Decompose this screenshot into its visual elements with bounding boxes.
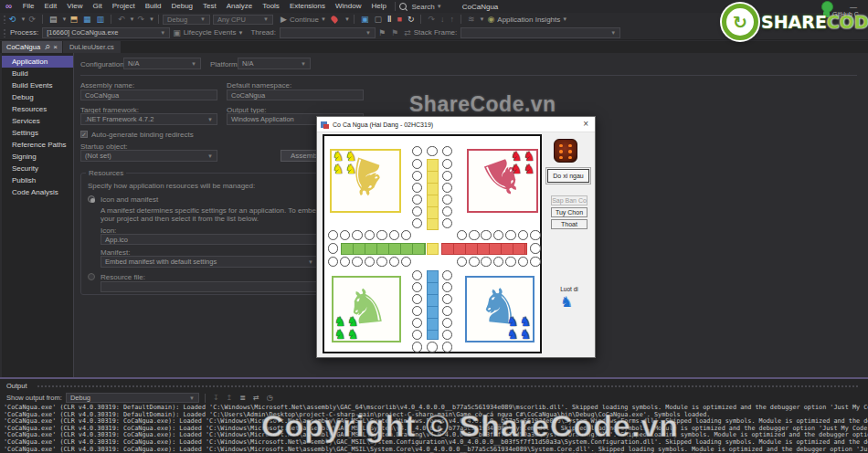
chevron-down-icon[interactable]: ▼ — [480, 16, 485, 22]
timestamp-icon[interactable]: ◷ — [267, 394, 273, 402]
platform-dropdown[interactable]: N/A▼ — [238, 58, 311, 69]
pawn-knight-red[interactable]: ♞ — [524, 150, 535, 163]
resource-file-input[interactable] — [101, 281, 318, 292]
chevron-down-icon[interactable]: ▼ — [130, 16, 135, 22]
save-all-icon[interactable]: ▥ — [97, 13, 105, 26]
sidebar-item-code-analysis[interactable]: Code Analysis — [2, 186, 73, 198]
pawn-knight-blue[interactable]: ♞ — [520, 315, 532, 328]
sidebar-item-signing[interactable]: Signing — [2, 151, 73, 163]
pawn-knight-yellow[interactable]: ♞ — [333, 150, 344, 163]
diagnostics-icon[interactable]: ≋ — [468, 13, 475, 26]
pawn-knight-blue[interactable]: ♞ — [507, 328, 519, 341]
step-over-icon[interactable]: ↷ — [428, 13, 435, 26]
chevron-down-icon[interactable]: ▼ — [62, 16, 68, 22]
stop-icon[interactable]: ■ — [397, 13, 401, 26]
pawn-knight-red[interactable]: ♞ — [511, 150, 523, 163]
pawn-knight-blue[interactable]: ♞ — [507, 315, 519, 328]
target-framework-dropdown[interactable]: .NET Framework 4.7.2▼ — [80, 113, 217, 125]
sidebar-item-debug[interactable]: Debug — [2, 91, 73, 103]
continue-icon[interactable]: ▶ — [281, 13, 287, 26]
step-out-icon[interactable]: ↑ — [450, 13, 454, 26]
menu-test[interactable]: Test — [198, 0, 222, 13]
process-dropdown[interactable]: [16660] CoCaNgua.exe▼ — [42, 27, 170, 38]
menu-tools[interactable]: Tools — [258, 0, 285, 13]
chevron-down-icon[interactable]: ▼ — [149, 16, 154, 22]
find-message-icon[interactable]: ↧ — [213, 394, 219, 402]
step-into-icon[interactable]: ↓ — [440, 13, 445, 26]
resource-file-radio[interactable] — [88, 273, 95, 280]
stack-frame-dropdown[interactable]: ▼ — [460, 27, 620, 38]
sidebar-item-build-events[interactable]: Build Events — [2, 79, 73, 91]
nav-forward-icon[interactable]: ⟳ — [29, 13, 37, 26]
game-titlebar[interactable]: Co Ca Ngua (Hai Dang - 02HC319) × — [317, 117, 595, 132]
word-wrap-icon[interactable]: ⇄ — [253, 394, 259, 402]
solution-config-dropdown[interactable]: Debug▼ — [163, 15, 210, 25]
menu-debug[interactable]: Debug — [166, 0, 198, 13]
pawn-knight-yellow[interactable]: ♞ — [333, 163, 344, 175]
pause-icon[interactable]: ‖ — [387, 13, 391, 26]
undo-icon[interactable]: ↶ — [118, 13, 125, 26]
lifecycle-events-button[interactable]: Lifecycle Events — [184, 28, 237, 37]
pawn-knight-yellow[interactable]: ♞ — [345, 163, 357, 175]
pawn-knight-green[interactable]: ♞ — [347, 328, 359, 341]
menu-project[interactable]: Project — [107, 0, 140, 13]
pawn-knight-green[interactable]: ♞ — [347, 315, 359, 328]
show-next-statement-icon[interactable]: ▢ — [374, 13, 382, 26]
roll-dice-button[interactable]: Do xi ngau — [547, 169, 589, 183]
continue-button[interactable]: Continue — [290, 16, 319, 24]
default-namespace-input[interactable]: CoCaNgua — [227, 90, 364, 100]
swap-icon[interactable]: ⇄ — [404, 26, 411, 39]
restart-icon[interactable]: ↻ — [408, 13, 415, 26]
chevron-down-icon[interactable]: ▼ — [562, 16, 567, 22]
pawn-knight-green[interactable]: ♞ — [334, 328, 346, 341]
redo-icon[interactable]: ↷ — [138, 13, 145, 26]
exit-button[interactable]: Thoat — [551, 219, 587, 229]
hot-reload-icon[interactable] — [332, 16, 337, 23]
sidebar-item-publish[interactable]: Publish — [2, 174, 73, 186]
options-button[interactable]: Tuy Chon — [551, 207, 587, 217]
sidebar-item-services[interactable]: Services — [2, 115, 73, 127]
startup-object-dropdown[interactable]: (Not set)▼ — [80, 150, 217, 162]
menu-build[interactable]: Build — [140, 0, 166, 13]
flag-icon[interactable]: ⚑ — [378, 26, 386, 39]
pawn-knight-red[interactable]: ♞ — [511, 163, 523, 175]
goto-prev-icon[interactable]: ↥ — [227, 394, 233, 402]
clear-all-icon[interactable]: ≣ — [239, 394, 246, 402]
thread-dropdown[interactable]: ▼ — [280, 27, 376, 38]
nav-back-icon[interactable]: ⟲ — [9, 13, 16, 26]
app-insights-button[interactable]: Application Insights — [497, 16, 560, 24]
output-source-dropdown[interactable]: Debug▼ — [66, 393, 199, 403]
menu-file[interactable]: File — [17, 0, 39, 13]
configuration-dropdown[interactable]: N/A▼ — [123, 58, 201, 69]
sidebar-item-build[interactable]: Build — [2, 68, 73, 79]
sidebar-item-resources[interactable]: Resources — [2, 103, 73, 115]
pawn-knight-yellow[interactable]: ♞ — [345, 150, 357, 163]
menu-analyze[interactable]: Analyze — [221, 0, 257, 13]
chevron-down-icon[interactable]: ▼ — [321, 16, 326, 22]
assembly-name-input[interactable]: CoCaNgua — [80, 90, 217, 100]
menu-extensions[interactable]: Extensions — [284, 0, 330, 13]
sidebar-item-security[interactable]: Security — [2, 163, 73, 174]
menu-help[interactable]: Help — [366, 0, 391, 13]
save-icon[interactable]: ▦ — [83, 13, 91, 26]
icon-input[interactable]: App.ico — [101, 234, 318, 245]
chevron-down-icon[interactable]: ▼ — [21, 16, 26, 22]
menu-window[interactable]: Window — [331, 0, 366, 13]
open-folder-icon[interactable]: ⬒ — [70, 13, 79, 26]
sidebar-item-reference-paths[interactable]: Reference Paths — [2, 139, 73, 151]
close-tab-icon[interactable]: × — [53, 43, 58, 51]
tab-dulieuuser[interactable]: DuLieuUser.cs — [63, 41, 121, 53]
new-file-icon[interactable]: ▤ — [49, 13, 58, 26]
sidebar-item-application[interactable]: Application — [2, 56, 73, 68]
pin-icon[interactable]: ⚲ — [43, 43, 51, 51]
arrange-board-button[interactable]: Sap Ban Co — [551, 195, 587, 205]
chevron-down-icon[interactable]: ▼ — [344, 16, 350, 22]
search-box[interactable]: Search ▼ — [399, 3, 441, 11]
flag-thread-icon[interactable]: ⚑ — [391, 26, 398, 39]
menu-edit[interactable]: Edit — [39, 0, 62, 13]
pawn-knight-blue[interactable]: ♞ — [520, 328, 532, 341]
solution-platform-dropdown[interactable]: Any CPU▼ — [213, 15, 273, 25]
pawn-knight-green[interactable]: ♞ — [334, 315, 346, 328]
close-window-button[interactable]: × — [583, 120, 588, 129]
tab-cocangua[interactable]: CoCaNgua ⚲ × — [2, 41, 62, 53]
